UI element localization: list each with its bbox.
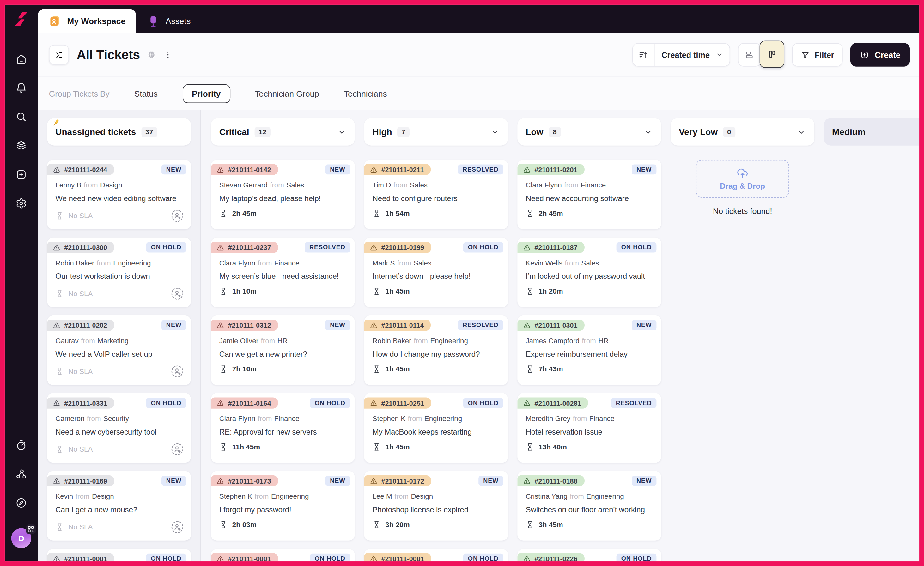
ticket-card[interactable]: #210111-0173NEWStephen KfromEngineeringI…	[211, 471, 355, 541]
assign-technician-icon[interactable]	[171, 209, 184, 222]
assign-technician-icon[interactable]	[171, 287, 184, 300]
ticket-card-top: #210111-0142NEW	[211, 160, 355, 176]
hourglass-icon	[373, 443, 381, 451]
column-header-unassigned[interactable]: Unassigned tickets37	[47, 118, 191, 146]
sla-value: 2h 45m	[232, 209, 256, 218]
ticket-card[interactable]: #210111-0001ON HOLD	[364, 549, 508, 561]
ticket-card[interactable]: #210111-0251ON HOLDStephen KfromEngineer…	[364, 393, 508, 462]
chevron-down-icon[interactable]	[796, 127, 806, 137]
hourglass-icon	[219, 287, 228, 296]
group-option-status[interactable]: Status	[134, 89, 158, 99]
hourglass-icon	[55, 290, 63, 298]
ticket-card[interactable]: #210111-0188NEWCristina YangfromEngineer…	[517, 471, 661, 541]
search-icon[interactable]	[15, 111, 27, 123]
home-icon[interactable]	[15, 53, 27, 65]
ticket-card[interactable]: #210111-0244NEWLenny BfromDesignWe need …	[47, 160, 191, 230]
ticket-card[interactable]: #210111-0172NEWLee MfromDesignPhotoshop …	[364, 471, 508, 541]
ticket-card[interactable]: #210111-0001ON HOLD	[47, 549, 191, 561]
ticket-card-footer: 3h 20m	[364, 521, 508, 529]
sort-button[interactable]: Created time	[632, 43, 730, 67]
page-title: All Tickets	[76, 47, 140, 63]
layers-icon[interactable]	[15, 140, 27, 152]
requester-line: Lenny BfromDesign	[47, 181, 191, 189]
ticket-card[interactable]: #210111-0169NEWKevinfromDesignCan I get …	[47, 471, 191, 541]
ticket-card[interactable]: #210111-0187ON HOLDKevin WellsfromSalesI…	[517, 238, 661, 307]
kebab-menu-icon[interactable]	[164, 50, 173, 60]
group-option-priority[interactable]: Priority	[182, 84, 230, 104]
tab-my-workspace[interactable]: My Workspace	[38, 9, 136, 33]
ticket-id: #210111-0331	[64, 399, 107, 407]
kanban-view-button[interactable]	[760, 41, 784, 68]
assign-technician-icon[interactable]	[171, 521, 184, 533]
qr-icon[interactable]	[26, 524, 36, 534]
from-label: from	[394, 492, 409, 501]
view-icon[interactable]	[49, 45, 69, 65]
assign-technician-icon[interactable]	[171, 443, 184, 456]
superops-logo[interactable]	[5, 5, 38, 33]
ticket-card[interactable]: #210111-0201NEWClara FlynnfromFinanceNee…	[517, 160, 661, 230]
chevron-down-icon[interactable]	[644, 127, 653, 137]
column-critical: Critical12#210111-0142NEWSteven Gerrardf…	[211, 118, 355, 561]
globe-icon	[147, 50, 156, 60]
ticket-card[interactable]: #210111-0226ON HOLD	[517, 549, 661, 561]
create-button[interactable]: Create	[850, 43, 910, 67]
ticket-card-top: #210111-0114RESOLVED	[364, 315, 508, 331]
requester-line: KevinfromDesign	[47, 492, 191, 501]
drag-drop-zone[interactable]: Drag & Drop	[696, 160, 789, 198]
ticket-card[interactable]: #210111-0164ON HOLDClara FlynnfromFinanc…	[211, 393, 355, 462]
compass-icon[interactable]	[15, 497, 27, 509]
ticket-title: How do I change my password?	[364, 350, 508, 358]
ticket-card[interactable]: #210111-0001ON HOLD	[211, 549, 355, 561]
ticket-id-chip: #210111-0226	[517, 553, 584, 561]
ticket-card[interactable]: #210111-0300ON HOLDRobin BakerfromEngine…	[47, 238, 191, 307]
assign-technician-icon[interactable]	[171, 365, 184, 378]
chevron-down-icon[interactable]	[490, 127, 500, 137]
list-view-button[interactable]	[738, 43, 762, 67]
sla-value: 13h 40m	[538, 443, 567, 451]
top-bar: My Workspace Assets	[5, 5, 919, 33]
ticket-card[interactable]: #210111-0142NEWSteven GerrardfromSalesMy…	[211, 160, 355, 230]
share-nodes-icon[interactable]	[15, 468, 27, 480]
column-header-very_low[interactable]: Very Low0	[670, 118, 814, 146]
ticket-card-top: #210111-0211RESOLVED	[364, 160, 508, 176]
avatar-initial: D	[18, 533, 24, 543]
cloud-upload-icon	[736, 167, 748, 179]
settings-icon[interactable]	[15, 198, 27, 209]
group-option-technician-group[interactable]: Technician Group	[255, 89, 319, 99]
column-header-critical[interactable]: Critical12	[211, 118, 355, 146]
column-title: Low	[525, 127, 543, 137]
ticket-card[interactable]: #210111-0237RESOLVEDClara FlynnfromFinan…	[211, 238, 355, 307]
user-avatar[interactable]: D	[11, 528, 31, 548]
ticket-card[interactable]: #210111-0202NEWGauravfromMarketingWe nee…	[47, 315, 191, 385]
ticket-card[interactable]: #210111-0199ON HOLDMark SfromSalesIntern…	[364, 238, 508, 307]
tab-assets[interactable]: Assets	[136, 9, 201, 33]
ticket-card[interactable]: #210111-00281RESOLVEDMeredith GreyfromFi…	[517, 393, 661, 462]
bell-icon[interactable]	[15, 82, 27, 93]
requester-name: Kevin	[55, 492, 73, 501]
ticket-card[interactable]: #210111-0114RESOLVEDRobin BakerfromEngin…	[364, 315, 508, 385]
warning-icon	[523, 399, 530, 407]
from-label: from	[97, 259, 111, 267]
from-label: from	[565, 259, 579, 267]
ticket-card[interactable]: #210111-0331ON HOLDCameronfromSecurityNe…	[47, 393, 191, 462]
ticket-card[interactable]: #210111-0301NEWJames CampfordfromHRExpen…	[517, 315, 661, 385]
ticket-title: Our test workstation is down	[47, 272, 191, 281]
column-header-medium[interactable]: Medium	[824, 118, 919, 146]
from-label: from	[258, 259, 272, 267]
requester-department: Design	[411, 492, 433, 501]
sidebar-bottom	[15, 439, 27, 526]
board-columns: Critical12#210111-0142NEWSteven Gerrardf…	[201, 110, 919, 561]
ticket-card-top: #210111-0001ON HOLD	[211, 549, 355, 561]
column-header-high[interactable]: High7	[364, 118, 508, 146]
filter-button[interactable]: Filter	[792, 43, 843, 67]
ticket-card[interactable]: #210111-0312NEWJamie OliverfromHRCan we …	[211, 315, 355, 385]
timer-icon[interactable]	[15, 439, 27, 451]
ticket-card[interactable]: #210111-0211RESOLVEDTim DfromSalesNeed t…	[364, 160, 508, 230]
ticket-id-chip: #210111-0301	[517, 320, 584, 330]
column-header-low[interactable]: Low8	[517, 118, 661, 146]
add-square-icon[interactable]	[15, 169, 27, 180]
ticket-id-chip: #210111-0142	[211, 164, 278, 175]
group-option-technicians[interactable]: Technicians	[344, 89, 387, 99]
chevron-down-icon[interactable]	[337, 127, 346, 137]
ticket-card-top: #210111-0199ON HOLD	[364, 238, 508, 253]
